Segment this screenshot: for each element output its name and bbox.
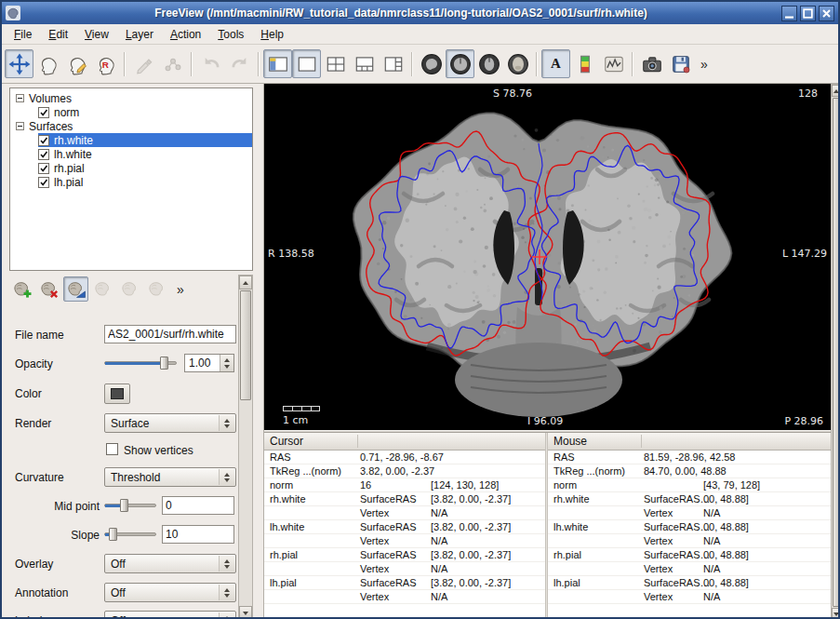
checkbox-checked-icon[interactable] — [38, 163, 49, 174]
checkbox-checked-icon[interactable] — [38, 135, 49, 146]
mri-slice-image — [264, 84, 831, 430]
close-button[interactable] — [819, 6, 834, 21]
file-name-row: File name — [2, 325, 238, 346]
render-combo[interactable]: Surface — [104, 413, 236, 433]
undo-button[interactable] — [196, 49, 225, 78]
voxel-edit-tool-button[interactable] — [62, 49, 91, 78]
info-cell: TkReg ...(norm) — [270, 465, 360, 477]
minimize-button[interactable] — [781, 6, 797, 21]
menu-edit[interactable]: Edit — [40, 25, 76, 44]
coronal-view[interactable]: S 78.76 128 R 138.58 L 147.29 I 96.09 P … — [264, 84, 831, 430]
collapse-icon[interactable] — [16, 94, 24, 102]
view-sagittal-button[interactable] — [417, 49, 446, 78]
checkbox-checked-icon[interactable] — [38, 107, 49, 118]
letter-a-icon: A — [551, 56, 561, 72]
waveform-icon — [603, 53, 625, 75]
scroll-up-arrow-icon[interactable] — [832, 85, 840, 97]
surface-toolbar: » — [9, 276, 187, 302]
annotation-combo[interactable]: Off — [104, 583, 236, 602]
text-label-toggle[interactable]: A — [541, 49, 570, 78]
label-combo[interactable]: Off — [104, 611, 236, 619]
info-cell: SurfaceRAS… — [644, 521, 703, 532]
surface-tool-button-1[interactable] — [90, 276, 115, 302]
toolbar-overflow-button[interactable]: » — [698, 57, 711, 72]
view-3d-button[interactable] — [503, 49, 532, 78]
show-vertices-checkbox[interactable] — [106, 443, 118, 455]
maximize-button[interactable] — [800, 6, 816, 21]
menu-tools[interactable]: Tools — [209, 25, 252, 44]
slope-slider[interactable] — [104, 527, 156, 542]
surface-tool-button-3[interactable] — [144, 276, 169, 302]
toolbar-separator — [258, 52, 260, 76]
tree-item-surfaces[interactable]: Surfaces — [10, 119, 252, 133]
info-cell: norm — [270, 479, 360, 491]
redo-button[interactable] — [225, 49, 254, 78]
scrollbar-thumb[interactable] — [833, 98, 840, 607]
brain-add-icon — [12, 279, 33, 300]
point-set-edit-tool-button[interactable] — [158, 49, 187, 78]
tree-item-volumes[interactable]: Volumes — [10, 91, 252, 105]
slider-handle[interactable] — [120, 499, 128, 512]
opacity-slider[interactable] — [104, 356, 177, 370]
menu-layer[interactable]: Layer — [117, 25, 162, 44]
scroll-down-arrow-icon[interactable] — [832, 608, 840, 619]
slider-handle[interactable] — [109, 528, 117, 541]
save-screenshot-button[interactable] — [666, 49, 695, 78]
right-scrollbar[interactable] — [831, 84, 840, 619]
navigate-tool-button[interactable] — [5, 49, 33, 78]
tree-item-lh-white[interactable]: lh.white — [10, 147, 252, 161]
unload-surface-button[interactable] — [36, 276, 61, 302]
view-axial-button[interactable] — [474, 49, 503, 78]
mid-point-slider[interactable] — [104, 498, 156, 513]
spinner-arrows-icon[interactable] — [220, 355, 233, 371]
file-name-input[interactable] — [104, 325, 236, 343]
load-surface-button[interactable] — [9, 276, 34, 302]
measure-tool-button[interactable] — [33, 49, 62, 78]
checkbox-checked-icon[interactable] — [38, 177, 49, 188]
opacity-spinbox[interactable]: 1.00 — [184, 354, 234, 372]
tree-item-norm[interactable]: norm — [10, 105, 252, 119]
color-picker-button[interactable] — [104, 384, 130, 404]
panel-scrollbar[interactable] — [238, 275, 253, 619]
surface-toolbar-overflow-button[interactable]: » — [174, 282, 187, 297]
histogram-button[interactable] — [599, 49, 628, 78]
layout-1x1-button[interactable] — [292, 49, 321, 78]
overlay-combo[interactable]: Off — [104, 554, 236, 573]
layout-2x2-button[interactable] — [321, 49, 350, 78]
surface-tool-button-2[interactable] — [117, 276, 142, 302]
checkbox-checked-icon[interactable] — [38, 149, 49, 160]
show-surface-in-3d-toggle[interactable] — [63, 276, 88, 302]
menu-file[interactable]: File — [6, 25, 40, 44]
menu-help[interactable]: Help — [252, 25, 292, 44]
control-panel-toggle[interactable] — [263, 49, 292, 78]
info-cell: rh.white — [553, 493, 644, 505]
slider-handle[interactable] — [160, 357, 168, 370]
info-cell: N/A — [703, 563, 831, 574]
tree-item-lh-pial[interactable]: lh.pial — [10, 175, 252, 189]
info-cell: 81.59, -28.96, 42.58 — [644, 451, 703, 463]
scroll-down-arrow-icon[interactable] — [239, 606, 252, 619]
collapse-icon[interactable] — [16, 122, 24, 130]
curvature-combo[interactable]: Threshold — [104, 467, 236, 487]
screenshot-button[interactable] — [637, 49, 666, 78]
slope-input[interactable] — [162, 525, 234, 544]
recon-edit-tool-button[interactable]: R — [91, 49, 120, 78]
scroll-up-arrow-icon[interactable] — [239, 276, 252, 289]
menu-view[interactable]: View — [76, 25, 117, 44]
panel-layout-icon — [267, 53, 289, 75]
view-coronal-button[interactable] — [446, 49, 474, 78]
mid-point-input[interactable] — [162, 496, 234, 515]
superior-coord-label: S 78.76 — [493, 87, 532, 100]
app-icon — [6, 6, 20, 20]
roi-edit-tool-button[interactable] — [129, 49, 158, 78]
menu-action[interactable]: Action — [162, 25, 209, 44]
tree-item-rh-pial[interactable]: rh.pial — [10, 161, 252, 175]
cursor-info-pane: Cursor RAS0.71, -28.96, -8.67TkReg ...(n… — [264, 433, 545, 619]
info-panel: Cursor RAS0.71, -28.96, -8.67TkReg ...(n… — [264, 433, 831, 619]
scrollbar-thumb[interactable] — [240, 290, 251, 400]
tree-item-rh-white[interactable]: rh.white — [10, 133, 252, 147]
title-bar[interactable]: FreeView (/mnt/macmini/RW_tutorial_data/… — [2, 2, 838, 24]
layout-1x3-button[interactable] — [350, 49, 379, 78]
color-scale-toggle[interactable] — [570, 49, 599, 78]
layout-1x3-side-button[interactable] — [379, 49, 407, 78]
